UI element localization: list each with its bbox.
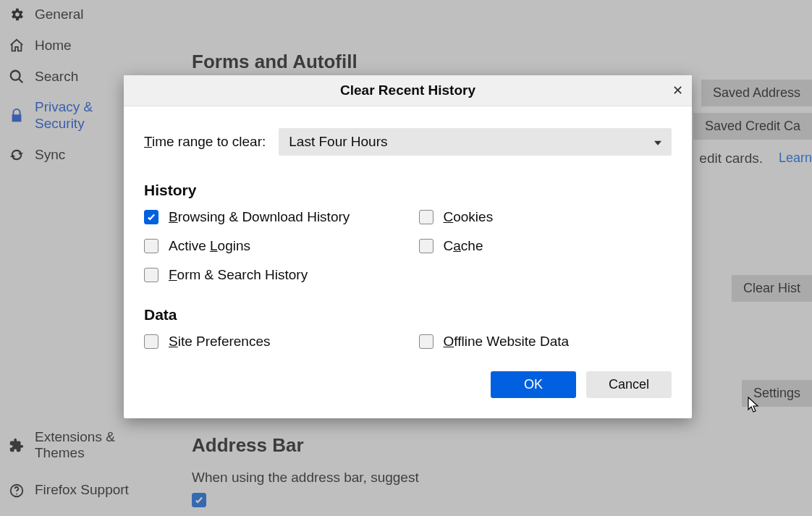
check-label: Offline Website Data <box>444 334 570 350</box>
checkbox-icon <box>419 210 434 224</box>
check-offline-website-data[interactable]: Offline Website Data <box>419 334 672 350</box>
check-label: Cookies <box>444 209 494 225</box>
time-range-label: Time range to clear: <box>144 134 266 150</box>
check-label: Site Preferences <box>169 334 270 350</box>
check-label: Form & Search History <box>169 267 308 283</box>
checkbox-icon <box>419 239 434 253</box>
check-cookies[interactable]: Cookies <box>419 209 672 225</box>
cancel-button[interactable]: Cancel <box>586 371 672 398</box>
data-section-title: Data <box>144 306 672 323</box>
check-label: Browsing & Download History <box>169 209 350 225</box>
time-range-value: Last Four Hours <box>289 134 387 149</box>
checkbox-icon <box>419 334 434 349</box>
ok-button[interactable]: OK <box>491 371 576 398</box>
history-section-title: History <box>144 182 672 199</box>
close-icon[interactable]: ✕ <box>672 83 683 98</box>
time-range-select[interactable]: Last Four Hours <box>279 128 672 156</box>
dialog-title: Clear Recent History <box>340 83 475 98</box>
check-label: Active Logins <box>169 238 250 254</box>
checkbox-icon <box>144 334 158 349</box>
check-site-preferences[interactable]: Site Preferences <box>144 334 397 350</box>
check-browsing-download-history[interactable]: Browsing & Download History <box>144 209 397 225</box>
checkbox-icon <box>144 239 158 253</box>
dialog-header: Clear Recent History ✕ <box>124 75 692 106</box>
checkbox-icon <box>144 268 158 282</box>
check-cache[interactable]: Cache <box>419 238 672 254</box>
check-active-logins[interactable]: Active Logins <box>144 238 397 254</box>
check-form-search-history[interactable]: Form & Search History <box>144 267 397 283</box>
clear-history-dialog: Clear Recent History ✕ Time range to cle… <box>124 75 692 418</box>
check-label: Cache <box>444 238 483 254</box>
checkbox-icon <box>144 210 158 224</box>
